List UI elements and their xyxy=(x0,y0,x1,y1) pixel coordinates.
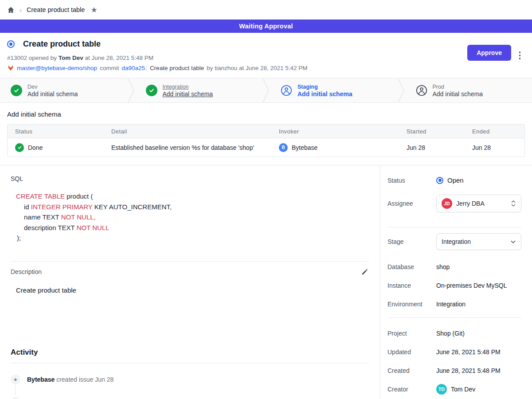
col-started: Started xyxy=(399,128,465,135)
issue-id: #13002 xyxy=(7,55,27,61)
stage-integration[interactable]: Integration Add initial schema xyxy=(135,78,262,102)
timeline-node xyxy=(12,397,19,399)
commit-hash-link[interactable]: da90a25 xyxy=(122,65,145,71)
stage-task-label: Add initial schema xyxy=(433,90,483,98)
invoker-avatar: B xyxy=(279,143,288,152)
divider xyxy=(11,261,369,262)
divider xyxy=(387,227,521,227)
project-value: Shop (Git) xyxy=(436,330,465,337)
task-table: Status Detail Invoker Started Ended Done… xyxy=(7,124,525,157)
activity-action: created issue Jun 28 xyxy=(56,376,113,383)
stage-separator xyxy=(262,78,270,102)
down-chevron-icon xyxy=(510,239,516,245)
issue-title: Create product table xyxy=(23,39,101,49)
assignee-select[interactable]: JD Jerry DBA xyxy=(436,195,521,212)
check-icon xyxy=(11,85,22,96)
stage-env-label: Staging xyxy=(297,84,352,90)
main-column: SQL CREATE TABLE product ( id INTEGER PR… xyxy=(0,165,380,399)
task-started: Jun 28 xyxy=(407,144,425,151)
task-ended: Jun 28 xyxy=(472,144,491,151)
assignee-row: Assignee JD Jerry DBA xyxy=(387,195,521,212)
project-row: Project Shop (Git) xyxy=(387,330,521,337)
branch-repo-link[interactable]: master@bytebase-demo/shop xyxy=(17,65,97,71)
divider xyxy=(387,317,521,318)
divider xyxy=(11,363,369,363)
issue-meta: #13002 opened by Tom Dev at June 28, 202… xyxy=(7,55,525,61)
activity-actor: Bytebase xyxy=(27,376,55,383)
issue-header: Create product table #13002 opened by To… xyxy=(0,33,532,78)
plus-icon: + xyxy=(11,375,20,384)
status-row: Status Open xyxy=(387,176,521,184)
col-status: Status xyxy=(8,128,104,135)
created-row: Created June 28, 2021 5:48 PM xyxy=(387,367,521,374)
stage-task-label: Add initial schema xyxy=(297,90,352,98)
stage-task-label: Add initial schema xyxy=(27,90,78,98)
environment-row: Environment Integration xyxy=(387,301,521,308)
person-icon xyxy=(416,85,427,96)
description-text: Create product table xyxy=(16,286,369,294)
instance-row: Instance On-premises Dev MySQL xyxy=(387,282,521,289)
approval-banner: Waiting Approval xyxy=(0,20,532,33)
stage-dev[interactable]: Dev Add initial schema xyxy=(0,78,127,102)
issue-open-icon xyxy=(7,40,15,48)
activity-item: + Bytebase created issue Jun 28 xyxy=(11,375,369,384)
stage-env-label: Dev xyxy=(27,84,78,90)
vcs-commit-line: master@bytebase-demo/shop commit da90a25… xyxy=(7,65,525,71)
task-invoker: Bytebase xyxy=(292,144,317,151)
assignee-avatar: JD xyxy=(442,198,452,209)
issue-sidebar: Status Open Assignee JD Jerry DBA Stage … xyxy=(380,165,532,399)
stage-task-label: Add initial schema xyxy=(163,90,213,98)
status-open-icon xyxy=(436,177,443,184)
banner-text: Waiting Approval xyxy=(239,23,293,30)
creator-value: Tom Dev xyxy=(451,386,475,393)
updated-row: Updated June 28, 2021 5:48 PM xyxy=(387,348,521,356)
instance-value: On-premises Dev MySQL xyxy=(436,282,507,289)
commit-message: Create product table xyxy=(150,65,204,71)
task-table-header: Status Detail Invoker Started Ended xyxy=(8,125,524,138)
stage-separator xyxy=(397,78,405,102)
sql-code-block: CREATE TABLE product ( id INTEGER PRIMAR… xyxy=(16,191,369,243)
stage-prod[interactable]: Prod Add initial schema xyxy=(405,78,532,102)
breadcrumb-title: Create product table xyxy=(27,6,85,13)
approve-button[interactable]: Approve xyxy=(467,45,511,61)
person-icon xyxy=(281,85,292,96)
edit-pencil-icon[interactable] xyxy=(360,267,369,277)
commit-byline: by tianzhou at June 28, 2021 5:42 PM xyxy=(207,65,307,71)
col-ended: Ended xyxy=(465,128,524,135)
status-value: Open xyxy=(447,176,464,184)
database-row: Database shop xyxy=(387,263,521,270)
activity-heading: Activity xyxy=(11,348,369,357)
task-detail: Established baseline version %s for data… xyxy=(111,144,254,151)
creator-row: Creator TD Tom Dev xyxy=(387,384,521,395)
stage-staging[interactable]: Staging Add initial schema xyxy=(270,78,397,102)
creator-avatar: TD xyxy=(436,384,447,395)
task-status: Done xyxy=(28,144,43,151)
done-check-icon xyxy=(15,143,24,152)
home-icon[interactable] xyxy=(7,6,15,14)
task-section: Add initial schema Status Detail Invoker… xyxy=(0,103,532,165)
updown-chevron-icon xyxy=(511,199,516,208)
issue-author: Tom Dev xyxy=(59,55,83,61)
assignee-value: Jerry DBA xyxy=(456,200,485,207)
task-row: Done Established baseline version %s for… xyxy=(8,138,524,156)
stage-separator xyxy=(127,78,135,102)
stage-env-label: Integration xyxy=(163,84,213,90)
chevron-right-icon: › xyxy=(20,6,22,14)
environment-value: Integration xyxy=(436,301,466,308)
stage-value: Integration xyxy=(442,238,471,245)
created-value: June 28, 2021 5:48 PM xyxy=(436,367,501,374)
updated-value: June 28, 2021 5:48 PM xyxy=(436,348,501,356)
stage-select[interactable]: Integration xyxy=(436,233,521,250)
breadcrumb: › Create product table ★ xyxy=(0,0,532,20)
timeline-line xyxy=(15,385,16,395)
col-invoker: Invoker xyxy=(271,128,399,135)
more-actions-icon[interactable] xyxy=(517,50,523,61)
pipeline-bar: Dev Add initial schema Integration Add i… xyxy=(0,78,532,103)
description-label: Description xyxy=(11,268,42,275)
favorite-star-icon[interactable]: ★ xyxy=(90,6,97,14)
task-section-heading: Add initial schema xyxy=(7,110,525,118)
sql-label: SQL xyxy=(11,175,369,182)
stage-row: Stage Integration xyxy=(387,233,521,250)
gitlab-icon xyxy=(7,65,14,71)
col-detail: Detail xyxy=(104,128,271,135)
